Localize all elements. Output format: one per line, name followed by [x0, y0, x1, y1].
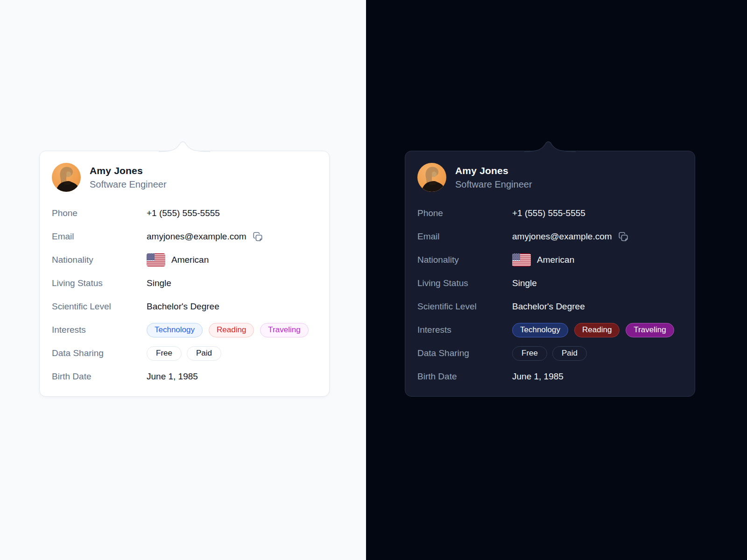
nationality-value: American	[537, 255, 574, 265]
profile-fields: Phone +1 (555) 555-5555 Email amyjones@e…	[52, 202, 317, 388]
tooltip-notch	[524, 139, 576, 152]
living-status-label: Living Status	[417, 278, 512, 288]
tag-traveling[interactable]: Traveling	[626, 323, 674, 337]
data-sharing-paid-button[interactable]: Paid	[552, 346, 587, 361]
data-sharing-free-button[interactable]: Free	[512, 346, 547, 361]
split-preview: Amy Jones Software Engineer Phone +1 (55…	[0, 0, 747, 560]
row-data-sharing: Data Sharing Free Paid	[417, 342, 683, 365]
row-interests: Interests Technology Reading Traveling	[52, 318, 317, 342]
data-sharing-label: Data Sharing	[52, 348, 147, 358]
phone-label: Phone	[52, 208, 147, 218]
row-birth-date: Birth Date June 1, 1985	[417, 365, 683, 388]
tag-technology[interactable]: Technology	[512, 323, 568, 337]
profile-card-dark: Amy Jones Software Engineer Phone +1 (55…	[405, 151, 695, 397]
scientific-level-value: Bachelor's Degree	[147, 301, 219, 312]
avatar	[52, 163, 81, 192]
row-email: Email amyjones@example.com	[52, 225, 317, 248]
dark-theme-panel: Amy Jones Software Engineer Phone +1 (55…	[366, 0, 747, 560]
avatar-photo	[417, 163, 446, 192]
person-name: Amy Jones	[90, 165, 167, 176]
row-scientific-level: Scientific Level Bachelor's Degree	[417, 295, 683, 318]
living-status-value: Single	[512, 278, 537, 288]
row-living-status: Living Status Single	[52, 272, 317, 295]
data-sharing-free-button[interactable]: Free	[147, 346, 182, 361]
profile-identity: Amy Jones Software Engineer	[90, 165, 167, 190]
tag-reading[interactable]: Reading	[574, 323, 620, 337]
light-theme-panel: Amy Jones Software Engineer Phone +1 (55…	[0, 0, 366, 560]
profile-header: Amy Jones Software Engineer	[52, 163, 317, 192]
row-phone: Phone +1 (555) 555-5555	[417, 202, 683, 225]
row-living-status: Living Status Single	[417, 272, 683, 295]
profile-header: Amy Jones Software Engineer	[417, 163, 683, 192]
email-label: Email	[52, 231, 147, 242]
tag-traveling[interactable]: Traveling	[260, 323, 308, 337]
profile-identity: Amy Jones Software Engineer	[455, 165, 532, 190]
us-flag-icon	[512, 253, 531, 266]
us-flag-icon	[147, 253, 165, 266]
row-nationality: Nationality American	[52, 248, 317, 272]
row-interests: Interests Technology Reading Traveling	[417, 318, 683, 342]
email-label: Email	[417, 231, 512, 242]
tag-reading[interactable]: Reading	[209, 323, 254, 337]
copy-email-icon[interactable]	[253, 231, 263, 242]
data-sharing-label: Data Sharing	[417, 348, 512, 358]
row-data-sharing: Data Sharing Free Paid	[52, 342, 317, 365]
avatar	[417, 163, 446, 192]
phone-label: Phone	[417, 208, 512, 218]
tag-technology[interactable]: Technology	[147, 323, 203, 337]
email-value: amyjones@example.com	[147, 231, 247, 242]
scientific-level-value: Bachelor's Degree	[512, 301, 585, 312]
row-scientific-level: Scientific Level Bachelor's Degree	[52, 295, 317, 318]
email-value: amyjones@example.com	[512, 231, 612, 242]
data-sharing-paid-button[interactable]: Paid	[187, 346, 221, 361]
person-title: Software Engineer	[455, 179, 532, 190]
interests-label: Interests	[417, 325, 512, 335]
birth-date-label: Birth Date	[52, 371, 147, 382]
phone-value: +1 (555) 555-5555	[147, 208, 220, 218]
row-birth-date: Birth Date June 1, 1985	[52, 365, 317, 388]
nationality-label: Nationality	[52, 255, 147, 265]
interests-label: Interests	[52, 325, 147, 335]
avatar-photo	[52, 163, 81, 192]
birth-date-label: Birth Date	[417, 371, 512, 382]
row-phone: Phone +1 (555) 555-5555	[52, 202, 317, 225]
profile-card-light: Amy Jones Software Engineer Phone +1 (55…	[39, 151, 330, 397]
phone-value: +1 (555) 555-5555	[512, 208, 585, 218]
profile-fields: Phone +1 (555) 555-5555 Email amyjones@e…	[417, 202, 683, 388]
row-nationality: Nationality American	[417, 248, 683, 272]
scientific-level-label: Scientific Level	[417, 301, 512, 312]
person-title: Software Engineer	[90, 179, 167, 190]
birth-date-value: June 1, 1985	[147, 371, 198, 382]
copy-email-icon[interactable]	[618, 231, 629, 242]
row-email: Email amyjones@example.com	[417, 225, 683, 248]
scientific-level-label: Scientific Level	[52, 301, 147, 312]
birth-date-value: June 1, 1985	[512, 371, 564, 382]
living-status-value: Single	[147, 278, 171, 288]
nationality-label: Nationality	[417, 255, 512, 265]
nationality-value: American	[171, 255, 209, 265]
tooltip-notch	[159, 139, 210, 152]
person-name: Amy Jones	[455, 165, 532, 176]
living-status-label: Living Status	[52, 278, 147, 288]
